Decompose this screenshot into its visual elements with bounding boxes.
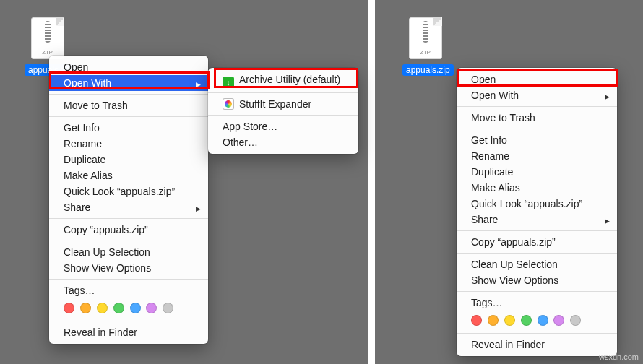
- submenu-stuffit-label: StuffIt Expander: [239, 98, 311, 110]
- menu-copy[interactable]: Copy “appuals.zip”: [49, 222, 208, 238]
- tag-yellow[interactable]: [504, 315, 515, 326]
- submenu-archive-utility[interactable]: ↓Archive Utility (default): [208, 72, 358, 90]
- watermark: wsxdn.com: [599, 352, 639, 361]
- tag-color-row: [457, 311, 617, 330]
- tag-blue[interactable]: [130, 303, 141, 313]
- menu-view-options[interactable]: Show View Options: [49, 260, 208, 276]
- tag-orange[interactable]: [488, 315, 499, 326]
- tag-yellow[interactable]: [97, 303, 108, 313]
- open-with-submenu: ↓Archive Utility (default) StuffIt Expan…: [208, 68, 358, 154]
- menu-make-alias[interactable]: Make Alias: [457, 180, 617, 196]
- menu-reveal-in-finder[interactable]: Reveal in Finder: [457, 337, 617, 352]
- tag-purple[interactable]: [553, 315, 564, 326]
- menu-share[interactable]: Share: [457, 212, 617, 228]
- menu-open-with[interactable]: Open With: [49, 75, 208, 91]
- tag-purple[interactable]: [146, 303, 157, 313]
- tag-red[interactable]: [471, 315, 482, 326]
- desktop-right: ZIP appuals.zip Open Open With Move to T…: [375, 0, 643, 364]
- menu-clean-up[interactable]: Clean Up Selection: [49, 244, 208, 260]
- menu-open-with[interactable]: Open With: [457, 87, 617, 103]
- file-appuals-zip-right[interactable]: ZIP appuals.zip: [402, 17, 449, 76]
- file-label: appuals.zip: [402, 64, 454, 76]
- tag-color-row: [49, 298, 208, 318]
- menu-open[interactable]: Open: [49, 59, 208, 75]
- menu-duplicate[interactable]: Duplicate: [49, 152, 208, 168]
- context-menu-right: Open Open With Move to Trash Get Info Re…: [457, 68, 617, 356]
- menu-make-alias[interactable]: Make Alias: [49, 168, 208, 183]
- menu-move-to-trash[interactable]: Move to Trash: [457, 110, 617, 126]
- menu-view-options[interactable]: Show View Options: [457, 272, 617, 288]
- tag-gray[interactable]: [570, 315, 581, 326]
- zip-file-icon: ZIP: [409, 17, 442, 59]
- menu-quick-look[interactable]: Quick Look “appuals.zip”: [457, 196, 617, 212]
- submenu-app-store[interactable]: App Store…: [208, 118, 358, 134]
- stuffit-icon: [223, 98, 234, 110]
- zip-file-icon: ZIP: [31, 17, 64, 59]
- menu-duplicate[interactable]: Duplicate: [457, 164, 617, 180]
- menu-move-to-trash[interactable]: Move to Trash: [49, 98, 208, 113]
- split-gap: [368, 0, 375, 364]
- submenu-archive-utility-label: Archive Utility (default): [239, 74, 340, 85]
- tag-orange[interactable]: [80, 303, 91, 313]
- desktop-left: ZIP appuals.zip Open Open With Move to T…: [0, 0, 368, 364]
- tag-green[interactable]: [521, 315, 532, 326]
- menu-get-info[interactable]: Get Info: [49, 120, 208, 136]
- menu-tags[interactable]: Tags…: [457, 295, 617, 311]
- menu-reveal-in-finder[interactable]: Reveal in Finder: [49, 324, 208, 340]
- menu-open[interactable]: Open: [457, 72, 617, 87]
- menu-share[interactable]: Share: [49, 199, 208, 215]
- tag-blue[interactable]: [538, 315, 548, 326]
- menu-rename[interactable]: Rename: [457, 148, 617, 164]
- tag-green[interactable]: [113, 303, 124, 313]
- menu-tags[interactable]: Tags…: [49, 282, 208, 298]
- context-menu-left: Open Open With Move to Trash Get Info Re…: [49, 56, 208, 344]
- menu-get-info[interactable]: Get Info: [457, 132, 617, 148]
- menu-quick-look[interactable]: Quick Look “appuals.zip”: [49, 183, 208, 199]
- submenu-stuffit[interactable]: StuffIt Expander: [208, 96, 358, 112]
- tag-red[interactable]: [64, 303, 74, 313]
- menu-copy[interactable]: Copy “appuals.zip”: [457, 234, 617, 250]
- tag-gray[interactable]: [163, 303, 173, 313]
- archive-utility-icon: ↓: [223, 77, 234, 88]
- submenu-other[interactable]: Other…: [208, 134, 358, 150]
- menu-clean-up[interactable]: Clean Up Selection: [457, 256, 617, 272]
- menu-rename[interactable]: Rename: [49, 136, 208, 152]
